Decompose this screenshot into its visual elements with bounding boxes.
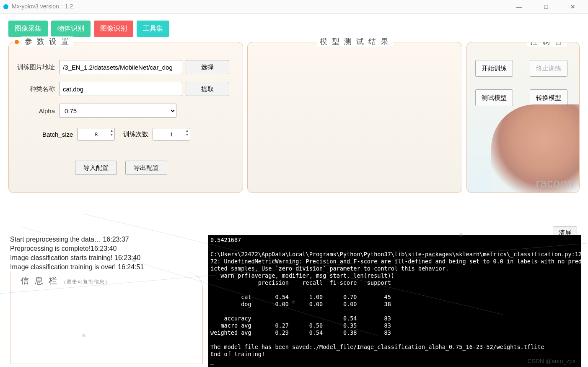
test-model-button[interactable]: 测试模型 — [475, 89, 513, 106]
titlebar: Mx-yolov3 version：1.2 — □ ✕ — [0, 0, 588, 13]
train-path-input[interactable] — [59, 60, 182, 74]
import-config-button[interactable]: 导入配置 — [75, 161, 117, 175]
stop-train-button[interactable]: 终止训练 — [530, 60, 567, 77]
tab-tools[interactable]: 工具集 — [137, 21, 169, 37]
log-list: Start preprocessing the data… 16:23:37 P… — [10, 235, 203, 272]
batch-input[interactable] — [77, 128, 115, 141]
minimize-button[interactable]: — — [511, 1, 528, 13]
epoch-label: 训练次数 — [123, 130, 148, 138]
info-bar: 信 息 栏 （双击可复制信息） — [10, 272, 203, 364]
tab-image-recog[interactable]: 图像识别 — [94, 21, 133, 37]
close-button[interactable]: ✕ — [565, 1, 581, 13]
infobar-subtitle: （双击可复制信息） — [61, 279, 110, 286]
result-panel: 模 型 测 试 结 果 — [247, 42, 462, 193]
tabs: 图像采集 物体识别 图像识别 工具集 — [0, 21, 588, 37]
app-icon — [3, 4, 8, 9]
panel-title-results: 模 型 测 试 结 果 — [316, 36, 393, 47]
chevron-up-icon[interactable]: ▲ — [185, 129, 189, 133]
export-config-button[interactable]: 导出配置 — [125, 161, 167, 175]
log-line: Start preprocessing the data… 16:23:37 — [10, 235, 203, 244]
terminal-output[interactable]: 0.5421687 C:\Users\22472\AppData\Local\P… — [208, 235, 581, 367]
tab-object-detect[interactable]: 物体识别 — [51, 21, 91, 37]
log-line: Image classification training is over! 1… — [10, 263, 203, 272]
maximize-button[interactable]: □ — [538, 1, 554, 13]
divider — [0, 13, 588, 14]
extract-button[interactable]: 提取 — [186, 82, 229, 96]
class-label: 种类名称 — [13, 85, 59, 93]
select-button[interactable]: 选择 — [186, 60, 229, 74]
log-line: Preprocessing is complete!16:23:40 — [10, 244, 203, 253]
infobar-title: 信 息 栏 — [21, 275, 59, 286]
tab-image-capture[interactable]: 图像采集 — [8, 21, 48, 37]
alpha-select[interactable]: 0.75 — [59, 104, 176, 118]
epoch-stepper[interactable]: ▲▼ — [153, 128, 190, 141]
batch-stepper[interactable]: ▲▼ — [77, 128, 115, 141]
alpha-label: Alpha — [13, 107, 59, 115]
log-line: Image classification starts training! 16… — [10, 253, 203, 263]
chevron-down-icon[interactable]: ▼ — [185, 133, 189, 137]
train-path-label: 训练图片地址 — [13, 63, 59, 71]
class-input[interactable] — [59, 82, 182, 96]
chevron-down-icon[interactable]: ▼ — [110, 133, 113, 137]
window-title: Mx-yolov3 version：1.2 — [12, 3, 511, 10]
start-train-button[interactable]: 开始训练 — [475, 60, 513, 77]
racoon-label: racoon — [536, 177, 574, 190]
epoch-input[interactable] — [153, 128, 190, 141]
chevron-up-icon[interactable]: ▲ — [110, 129, 113, 133]
param-panel: 参 数 设 置 训练图片地址 选择 种类名称 提取 Alpha 0.75 Bat… — [8, 42, 243, 193]
panel-title-params: 参 数 设 置 — [21, 36, 73, 47]
panel-title-console: 控 制 台 — [527, 42, 567, 47]
convert-model-button[interactable]: 转换模型 — [530, 89, 567, 106]
batch-label: Batch_size — [42, 131, 73, 138]
control-panel: 控 制 台 开始训练 终止训练 测试模型 转换模型 racoon — [466, 42, 580, 193]
watermark: CSDN @auto_zpx — [527, 358, 575, 364]
panel-dot — [15, 40, 19, 44]
